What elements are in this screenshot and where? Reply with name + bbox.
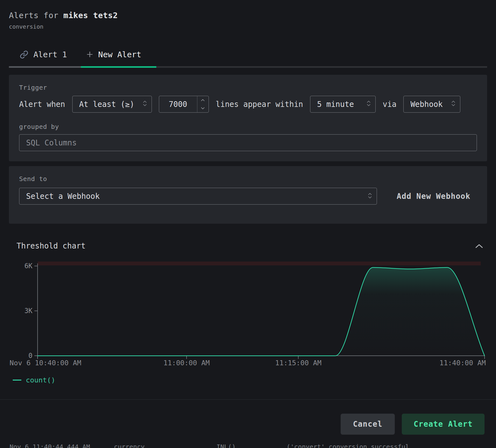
svg-text:3K: 3K bbox=[25, 307, 33, 315]
trigger-section-label: Trigger bbox=[19, 84, 477, 91]
background-row-timestamp: Nov 6 11:40:44.444 AM bbox=[10, 443, 90, 448]
send-to-row: Select a Webhook Add New Webhook bbox=[19, 188, 477, 205]
svg-text:0: 0 bbox=[28, 352, 32, 360]
svg-text:6K: 6K bbox=[25, 262, 33, 270]
trigger-panel: Trigger Alert when At least (≥) bbox=[9, 75, 487, 161]
svg-text:11:15:00 AM: 11:15:00 AM bbox=[275, 359, 322, 367]
chevron-updown-icon bbox=[143, 100, 147, 109]
alert-modal: Alerts for mikes tets2 conversion Alert … bbox=[0, 0, 496, 435]
create-alert-button[interactable]: Create Alert bbox=[402, 414, 485, 435]
cancel-button[interactable]: Cancel bbox=[341, 414, 395, 435]
send-to-label: Send to bbox=[19, 175, 477, 183]
threshold-number-field bbox=[159, 96, 209, 113]
condition-select-value: At least (≥) bbox=[79, 100, 134, 109]
plus-icon bbox=[87, 51, 93, 58]
background-table-row: Nov 6 11:40:44.444 AM currency INL() ('c… bbox=[0, 443, 496, 448]
add-new-webhook-button[interactable]: Add New Webhook bbox=[397, 192, 471, 201]
webhook-select[interactable]: Select a Webhook bbox=[19, 188, 377, 205]
webhook-select-value: Select a Webhook bbox=[26, 192, 100, 201]
threshold-input[interactable] bbox=[159, 100, 197, 109]
svg-text:11:40:00 AM: 11:40:00 AM bbox=[439, 359, 486, 367]
link-icon bbox=[20, 50, 28, 59]
svg-text:11:00:00 AM: 11:00:00 AM bbox=[163, 359, 210, 367]
number-spinner bbox=[197, 96, 209, 112]
spinner-down-button[interactable] bbox=[197, 104, 209, 113]
tab-underline bbox=[9, 66, 487, 68]
chevron-updown-icon bbox=[451, 100, 456, 109]
footer: Cancel Create Alert bbox=[9, 400, 487, 435]
page-title-prefix: Alerts for bbox=[9, 11, 59, 20]
channel-select[interactable]: Webhook bbox=[403, 96, 460, 113]
condition-select[interactable]: At least (≥) bbox=[72, 96, 152, 113]
background-row-field: currency bbox=[114, 443, 145, 448]
group-by-input[interactable] bbox=[19, 134, 477, 151]
legend-swatch bbox=[13, 380, 21, 381]
grouped-by-label: grouped by bbox=[19, 123, 477, 130]
send-to-panel: Send to Select a Webhook Add New Webhook bbox=[9, 166, 487, 224]
threshold-chart-svg: 03K6KNov 6 10:40:00 AM11:00:00 AM11:15:0… bbox=[0, 258, 496, 368]
trigger-row: Alert when At least (≥) bbox=[19, 96, 477, 113]
legend-label: count() bbox=[26, 376, 55, 384]
background-row-message: ('convert' conversion successful bbox=[287, 443, 409, 448]
time-window-select[interactable]: 5 minute bbox=[310, 96, 376, 113]
svg-text:Nov 6 10:40:00 AM: Nov 6 10:40:00 AM bbox=[10, 359, 81, 367]
alert-tabs: Alert 1 New Alert bbox=[9, 48, 487, 61]
via-text: via bbox=[383, 100, 396, 109]
page-title: Alerts for mikes tets2 bbox=[9, 11, 487, 20]
threshold-chart-header: Threshold chart bbox=[9, 242, 487, 250]
background-row-field: INL() bbox=[216, 443, 236, 448]
tab-new-alert-label: New Alert bbox=[98, 50, 141, 59]
tab-underline-active bbox=[81, 66, 156, 68]
tab-underline-inactive bbox=[9, 66, 81, 68]
page-subtitle: conversion bbox=[9, 23, 487, 30]
chevron-updown-icon bbox=[368, 192, 372, 201]
collapse-chevron-icon[interactable] bbox=[474, 242, 485, 250]
lines-appear-text: lines appear within bbox=[216, 100, 303, 109]
time-window-select-value: 5 minute bbox=[317, 100, 354, 109]
chevron-updown-icon bbox=[366, 100, 371, 109]
series-area bbox=[38, 268, 485, 356]
tab-new-alert[interactable]: New Alert bbox=[87, 50, 141, 59]
page-title-source-name: mikes tets2 bbox=[63, 11, 118, 20]
legend-item-count[interactable]: count() bbox=[13, 376, 55, 384]
alert-when-text: Alert when bbox=[19, 100, 65, 109]
tab-alert-1[interactable]: Alert 1 bbox=[20, 50, 67, 59]
threshold-chart: 03K6KNov 6 10:40:00 AM11:00:00 AM11:15:0… bbox=[0, 258, 496, 368]
threshold-zone bbox=[38, 262, 481, 265]
threshold-chart-title: Threshold chart bbox=[17, 242, 86, 250]
channel-select-value: Webhook bbox=[410, 100, 443, 109]
spinner-up-button[interactable] bbox=[197, 96, 209, 104]
tab-alert-1-label: Alert 1 bbox=[33, 50, 67, 59]
